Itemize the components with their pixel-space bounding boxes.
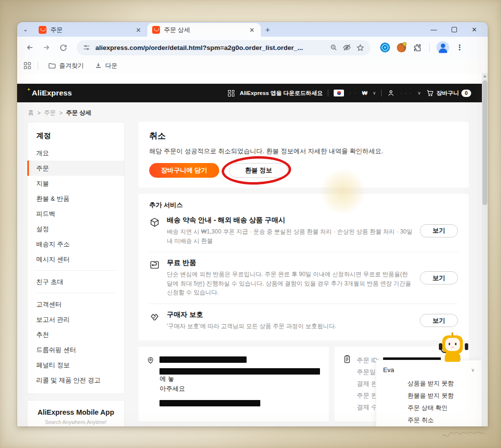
scrollbar-up-arrow[interactable] (482, 73, 488, 79)
breadcrumb-home[interactable]: 홈 (28, 109, 34, 117)
scrollbar-thumb[interactable] (482, 80, 487, 205)
address-fragment: 에 놓 (159, 375, 174, 382)
add-to-cart-button[interactable]: 장바구니에 담기 (149, 163, 219, 178)
redacted-locale: · · (349, 91, 357, 95)
eva-option-order-status[interactable]: 주문 상태 확인 (408, 402, 475, 414)
chevron-down-icon: ∨ (373, 91, 376, 95)
sidebar-title: 계정 (36, 129, 124, 145)
extension-icon[interactable] (397, 43, 406, 52)
chevron-down-icon[interactable]: ∨ (471, 367, 475, 373)
site-settings-icon[interactable] (83, 44, 91, 51)
service-row-shipping: 배송 약속 안내 - 해외 배송 상품 구매시 배송 지연 시 ₩1,300 쿠… (149, 210, 458, 252)
tab-label: 주문 (50, 26, 131, 34)
extensions-puzzle-icon[interactable] (413, 43, 422, 52)
tab-order-detail[interactable]: 주문 상세 ✕ (147, 23, 261, 37)
sidebar-item-referral[interactable]: 추천 (36, 327, 124, 342)
refund-info-button[interactable]: 환불 정보 (229, 163, 289, 178)
maximize-button[interactable] (452, 27, 457, 32)
user-icon[interactable] (387, 89, 395, 97)
sidebar-item-recall[interactable]: 리콜 및 제품 안전 경고 (36, 373, 124, 388)
breadcrumb-orders[interactable]: 주문 (44, 109, 56, 117)
tab-close-icon[interactable]: ✕ (135, 26, 142, 34)
forward-button[interactable] (40, 41, 53, 54)
cart-button[interactable]: 장바구니 0 (426, 89, 471, 97)
currency-selector[interactable]: ₩ (362, 90, 367, 96)
address-fragment: 아주세요 (159, 385, 321, 393)
view-button[interactable]: 보기 (420, 271, 458, 284)
breadcrumb: 홈> 주문> 주문 상세 (17, 102, 482, 122)
cancel-title: 취소 (149, 130, 458, 141)
profile-avatar[interactable] (436, 41, 449, 54)
back-icon (25, 43, 34, 52)
url-text[interactable]: aliexpress.com/p/order/detail.html?spm=a… (95, 44, 325, 51)
app-card-title: AliExpress Mobile App (31, 408, 120, 416)
bookmark-favorites[interactable]: 즐겨찾기 (45, 62, 87, 70)
cart-count-badge: 0 (461, 90, 471, 97)
scrollbar[interactable] (482, 73, 488, 426)
new-tab-button[interactable]: ＋ (261, 23, 274, 37)
cancel-card: 취소 해당 주문이 성공적으로 취소되었습니다. 환불 정보에서 자세한 내역을… (138, 122, 469, 188)
reload-button[interactable] (56, 41, 70, 54)
site-logo[interactable]: AliExpress (28, 89, 72, 97)
bookmarks-bar: 즐겨찾기 다운 (17, 58, 488, 73)
sidebar-item-help[interactable]: 고객센터 (36, 297, 124, 312)
redacted-name (159, 356, 247, 363)
shipping-address-card: 에 놓 아주세요 (138, 347, 329, 421)
eva-mascot[interactable] (437, 332, 470, 363)
bookmark-label: 다운 (105, 62, 117, 70)
sidebar-item-penalty[interactable]: 페널티 정보 (36, 357, 124, 373)
eva-option-not-received[interactable]: 상품을 받지 못함 (408, 377, 475, 390)
sidebar-item-feedback[interactable]: 피드백 (36, 206, 124, 221)
account-sidebar: 계정 개요 주문 지불 환불 & 반품 피드백 설정 배송지 주소 메시지 센터… (27, 122, 125, 426)
site-header: AliExpress AliExpress 앱을 다운로드하세요 · · ₩ ∨… (17, 84, 482, 102)
reload-icon (59, 44, 68, 52)
back-button[interactable] (23, 41, 37, 54)
eva-option-no-refund[interactable]: 환불을 받지 못함 (408, 390, 475, 402)
sidebar-item-invite[interactable]: 친구 초대 (36, 274, 124, 289)
redacted-username: · · · (400, 91, 412, 95)
aliexpress-favicon (152, 26, 160, 34)
sidebar-item-settings[interactable]: 설정 (36, 221, 124, 236)
sidebar-item-orders[interactable]: 주문 (27, 161, 124, 176)
order-doc-icon (342, 354, 352, 364)
app-card-subtitle: Search Anywhere,Anytime! (31, 419, 120, 425)
view-button[interactable]: 보기 (420, 314, 458, 327)
tab-strip: ⌄ 주문 ✕ 주문 상세 ✕ ＋ — ✕ (17, 22, 488, 37)
tab-close-icon[interactable]: ✕ (248, 26, 256, 34)
zoom-icon[interactable] (330, 44, 338, 51)
service-desc: 단순 변심에 의한 반품은 무료입니다. 주문 완료 후 90일 이내에 신청하… (167, 270, 414, 297)
apps-grid-icon[interactable] (24, 62, 31, 69)
bookmark-star-icon[interactable] (356, 44, 364, 52)
korea-flag-icon[interactable] (334, 90, 344, 96)
app-download-link[interactable]: AliExpress 앱을 다운로드하세요 (240, 90, 322, 97)
sidebar-item-overview[interactable]: 개요 (36, 145, 124, 161)
extensions-row: ⋮ (380, 41, 463, 54)
chevron-down-icon: ∨ (417, 91, 421, 95)
mobile-app-card: AliExpress Mobile App Search Anywhere,An… (27, 400, 125, 426)
bookmark-downloads[interactable]: 다운 (91, 62, 120, 70)
frame-signature (440, 426, 487, 441)
service-desc: 배송 지연 시 ₩1,300 쿠폰 지급 · 운송 중 분실된 상품 환불 처리… (167, 227, 414, 245)
folder-icon (48, 62, 56, 70)
browser-menu-icon[interactable]: ⋮ (456, 43, 463, 52)
address-bar[interactable]: aliexpress.com/p/order/detail.html?spm=a… (77, 40, 370, 55)
sidebar-divider (36, 270, 115, 271)
buyer-protection-icon (149, 310, 161, 322)
sidebar-item-addresses[interactable]: 배송지 주소 (36, 236, 124, 252)
minimize-button[interactable]: — (431, 26, 437, 33)
close-button[interactable]: ✕ (472, 26, 477, 33)
tab-search-button[interactable]: ⌄ (17, 22, 34, 37)
eye-off-icon[interactable] (342, 43, 351, 52)
sidebar-item-reports[interactable]: 보고서 관리 (36, 312, 124, 327)
header-divider (381, 90, 382, 96)
sidebar-item-refunds[interactable]: 환불 & 반품 (36, 191, 124, 206)
eva-option-cancel-order[interactable]: 주문 취소 (408, 414, 475, 426)
sidebar-item-payment[interactable]: 지불 (36, 176, 124, 191)
view-button[interactable]: 보기 (420, 224, 458, 237)
header-divider (328, 90, 328, 96)
sidebar-item-dropshipping[interactable]: 드롭쉬핑 센터 (36, 342, 124, 357)
service-title: 무료 반품 (167, 259, 414, 267)
sidebar-item-messages[interactable]: 메시지 센터 (36, 252, 124, 267)
tab-orders[interactable]: 주문 ✕ (34, 23, 147, 37)
wave-extension-icon[interactable] (380, 43, 390, 52)
